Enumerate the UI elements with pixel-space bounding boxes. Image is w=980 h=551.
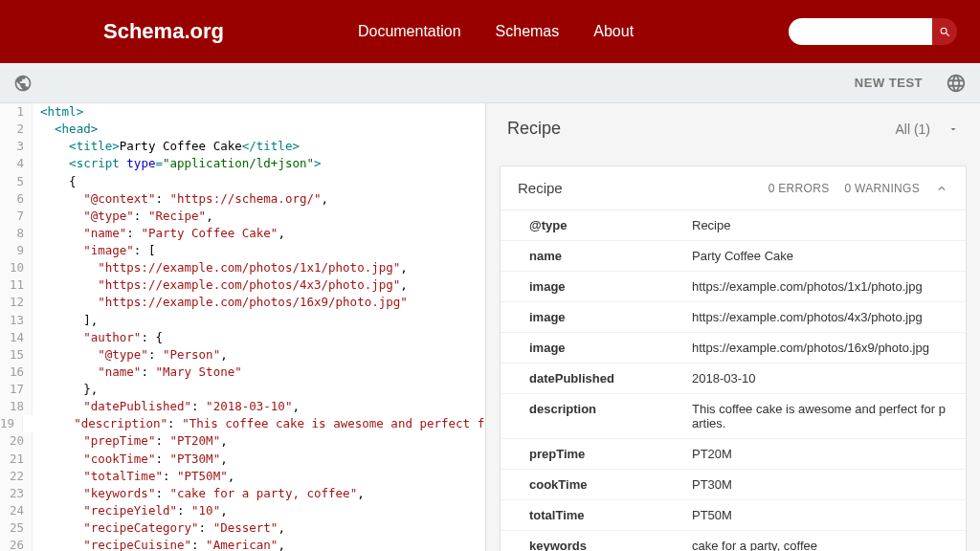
- code-line[interactable]: 2 <head>: [0, 121, 485, 138]
- property-row[interactable]: imagehttps://example.com/photos/4x3/phot…: [501, 302, 966, 333]
- property-row[interactable]: nameParty Coffee Cake: [501, 241, 966, 272]
- code-line[interactable]: 16 "name": "Mary Stone": [0, 364, 485, 381]
- code-line[interactable]: 22 "totalTime": "PT50M",: [0, 468, 485, 485]
- result-card-header[interactable]: Recipe 0 ERRORS 0 WARNINGS: [501, 166, 966, 210]
- property-row[interactable]: @typeRecipe: [501, 210, 966, 241]
- property-value: Recipe: [692, 210, 966, 240]
- logo[interactable]: Schema.org: [103, 19, 224, 44]
- property-value: This coffee cake is awesome and perfect …: [692, 394, 966, 438]
- code-line[interactable]: 9 "image": [: [0, 242, 485, 259]
- line-number: 8: [0, 225, 33, 242]
- property-value: cake for a party, coffee: [692, 531, 966, 551]
- line-number: 1: [0, 103, 33, 121]
- line-number: 19: [0, 415, 23, 432]
- property-key: datePublished: [501, 364, 692, 393]
- property-row[interactable]: descriptionThis coffee cake is awesome a…: [501, 394, 966, 439]
- nav-links: Documentation Schemas About: [358, 23, 634, 40]
- line-number: 2: [0, 121, 33, 138]
- split-pane: 1<html>2 <head>3 <title>Party Coffee Cak…: [0, 103, 980, 551]
- code-line[interactable]: 20 "prepTime": "PT20M",: [0, 432, 485, 450]
- code-content: <title>Party Coffee Cake</title>: [33, 138, 300, 155]
- property-row[interactable]: cookTimePT30M: [501, 470, 966, 500]
- property-row[interactable]: imagehttps://example.com/photos/16x9/pho…: [501, 333, 966, 364]
- code-line[interactable]: 17 },: [0, 381, 485, 398]
- property-key: totalTime: [501, 500, 692, 530]
- property-key: description: [501, 394, 692, 438]
- code-content: "totalTime": "PT50M",: [33, 468, 234, 485]
- code-line[interactable]: 7 "@type": "Recipe",: [0, 208, 485, 225]
- result-card-title: Recipe: [518, 180, 563, 196]
- code-line[interactable]: 8 "name": "Party Coffee Cake",: [0, 225, 485, 242]
- nav-documentation[interactable]: Documentation: [358, 23, 461, 40]
- property-row[interactable]: prepTimePT20M: [501, 439, 966, 470]
- code-line[interactable]: 25 "recipeCategory": "Dessert",: [0, 519, 485, 537]
- code-line[interactable]: 19 "description": "This coffee cake is a…: [0, 415, 485, 432]
- line-number: 11: [0, 276, 33, 294]
- code-line[interactable]: 13 ],: [0, 312, 485, 329]
- code-line[interactable]: 1<html>: [0, 103, 485, 121]
- line-number: 12: [0, 294, 33, 311]
- new-test-button[interactable]: NEW TEST: [855, 76, 923, 90]
- code-line[interactable]: 10 "https://example.com/photos/1x1/photo…: [0, 259, 485, 276]
- code-content: "@type": "Person",: [33, 346, 228, 364]
- code-content: },: [33, 381, 98, 398]
- code-line[interactable]: 23 "keywords": "cake for a party, coffee…: [0, 485, 485, 502]
- code-content: "author": {: [33, 329, 163, 346]
- property-value: https://example.com/photos/16x9/photo.jp…: [692, 333, 966, 363]
- code-content: <head>: [33, 121, 98, 138]
- code-line[interactable]: 3 <title>Party Coffee Cake</title>: [0, 138, 485, 155]
- results-filter-label: All (1): [895, 121, 930, 137]
- code-line[interactable]: 11 "https://example.com/photos/4x3/photo…: [0, 276, 485, 294]
- property-key: name: [501, 241, 692, 271]
- code-line[interactable]: 24 "recipeYield": "10",: [0, 502, 485, 519]
- code-line[interactable]: 5 {: [0, 173, 485, 190]
- line-number: 13: [0, 312, 33, 329]
- property-value: 2018-03-10: [692, 364, 966, 393]
- property-row[interactable]: imagehttps://example.com/photos/1x1/phot…: [501, 272, 966, 302]
- code-line[interactable]: 14 "author": {: [0, 329, 485, 346]
- search-button[interactable]: [932, 18, 957, 45]
- search-input[interactable]: [789, 18, 932, 45]
- code-content: "name": "Party Coffee Cake",: [33, 225, 285, 242]
- public-icon-button[interactable]: [13, 74, 33, 93]
- code-line[interactable]: 4 <script type="application/ld+json">: [0, 155, 485, 172]
- property-row[interactable]: keywordscake for a party, coffee: [501, 531, 966, 551]
- code-line[interactable]: 6 "@context": "https://schema.org/",: [0, 190, 485, 208]
- code-line[interactable]: 26 "recipeCuisine": "American",: [0, 537, 485, 551]
- code-line[interactable]: 15 "@type": "Person",: [0, 346, 485, 364]
- property-key: image: [501, 302, 692, 332]
- globe-icon: [13, 74, 33, 93]
- code-content: "@type": "Recipe",: [33, 208, 213, 225]
- search-icon: [939, 26, 951, 38]
- line-number: 26: [0, 537, 33, 551]
- code-editor[interactable]: 1<html>2 <head>3 <title>Party Coffee Cak…: [0, 103, 486, 551]
- property-value: PT30M: [692, 470, 966, 499]
- code-line[interactable]: 12 "https://example.com/photos/16x9/phot…: [0, 294, 485, 311]
- nav-schemas[interactable]: Schemas: [496, 23, 560, 40]
- property-value: PT50M: [692, 500, 966, 530]
- property-row[interactable]: datePublished2018-03-10: [501, 364, 966, 394]
- code-content: <html>: [33, 103, 83, 121]
- language-icon: [946, 73, 967, 94]
- line-number: 16: [0, 364, 33, 381]
- code-content: "keywords": "cake for a party, coffee",: [33, 485, 365, 502]
- code-line[interactable]: 18 "datePublished": "2018-03-10",: [0, 398, 485, 415]
- property-row[interactable]: totalTimePT50M: [501, 500, 966, 531]
- line-number: 3: [0, 138, 33, 155]
- code-content: "datePublished": "2018-03-10",: [33, 398, 300, 415]
- nav-about[interactable]: About: [593, 23, 634, 40]
- code-line[interactable]: 21 "cookTime": "PT30M",: [0, 451, 485, 468]
- results-filter-dropdown[interactable]: All (1): [895, 121, 959, 137]
- code-content: "image": [: [33, 242, 155, 259]
- property-value: Party Coffee Cake: [692, 241, 966, 271]
- warning-count: 0 WARNINGS: [844, 182, 920, 195]
- chevron-up-icon: [935, 182, 948, 195]
- dropdown-arrow-icon: [947, 123, 959, 135]
- line-number: 10: [0, 259, 33, 276]
- line-number: 18: [0, 398, 33, 415]
- property-value: https://example.com/photos/4x3/photo.jpg: [692, 302, 966, 332]
- code-content: "recipeYield": "10",: [33, 502, 228, 519]
- language-icon-button[interactable]: [946, 73, 967, 94]
- results-title: Recipe: [507, 119, 561, 139]
- property-key: prepTime: [501, 439, 692, 469]
